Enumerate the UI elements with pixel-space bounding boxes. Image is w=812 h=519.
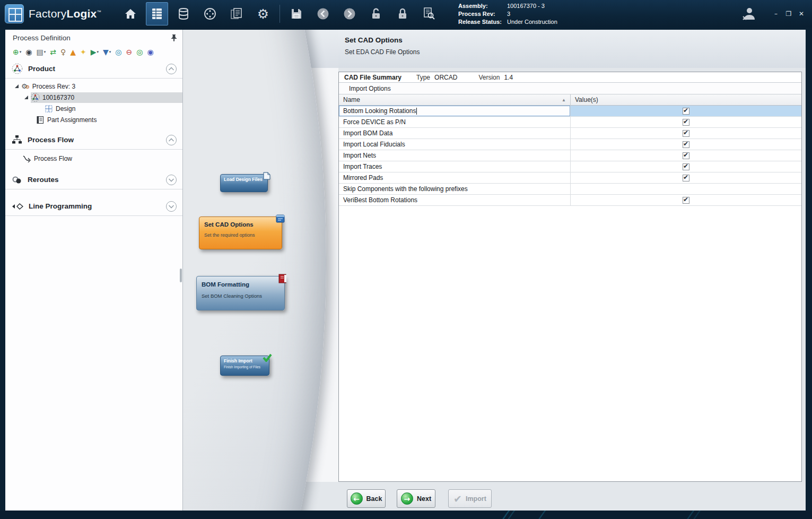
option-value-cell[interactable] xyxy=(571,161,801,172)
release-status-value: Under Construction xyxy=(507,18,557,26)
option-name-cell[interactable]: Force DEVICE as P/N xyxy=(339,117,571,127)
table-row[interactable]: Bottom Looking Rotations xyxy=(339,106,801,117)
exclude-icon[interactable]: ⊖ xyxy=(125,48,134,56)
forward-nav-button[interactable] xyxy=(338,2,361,25)
wizard-step-load-design-files[interactable]: Load Design Files xyxy=(220,174,268,192)
wizard-step-set-cad-options[interactable]: Set CAD Options Set the required options xyxy=(199,217,282,249)
option-name-cell[interactable]: Skip Components with the following prefi… xyxy=(339,184,571,194)
dropdown-caret-icon: ▾ xyxy=(109,50,111,54)
database-button[interactable] xyxy=(172,2,195,25)
option-name-cell[interactable]: VeriBest Bottom Rotations xyxy=(339,195,571,205)
flower-icon[interactable]: ✦ xyxy=(79,48,88,56)
unlock-button[interactable] xyxy=(365,2,387,25)
home-button[interactable] xyxy=(119,2,142,25)
option-value-cell[interactable] xyxy=(571,184,801,194)
section-process-flow[interactable]: Process Flow xyxy=(5,131,182,150)
next-button[interactable]: → Next xyxy=(397,489,435,508)
tree-item-part-assignments[interactable]: Part Assignments xyxy=(5,114,182,125)
option-name-cell[interactable]: Bottom Looking Rotations xyxy=(339,106,571,116)
option-name-cell[interactable]: Import Local Fiducials xyxy=(339,139,571,150)
option-value-cell[interactable] xyxy=(571,195,801,205)
tree-item-design[interactable]: Design xyxy=(5,103,182,114)
sidebar-scrollbar[interactable] xyxy=(180,269,182,282)
section-product[interactable]: Product xyxy=(5,59,182,79)
section-line-programming[interactable]: Line Programming xyxy=(5,197,182,216)
row-checkbox[interactable] xyxy=(683,197,689,204)
print-button[interactable]: ▤▾ xyxy=(35,48,47,56)
documents-button[interactable] xyxy=(225,2,248,25)
option-value-cell[interactable] xyxy=(571,128,801,139)
row-checkbox[interactable] xyxy=(683,175,689,181)
option-value-cell[interactable] xyxy=(571,117,801,127)
back-nav-button[interactable] xyxy=(312,2,334,25)
user-session-button[interactable] xyxy=(738,2,760,25)
table-row[interactable]: Mirrored Pads xyxy=(339,172,801,184)
process-definition-button[interactable] xyxy=(146,2,168,25)
maximize-button[interactable]: ❐ xyxy=(783,9,794,19)
table-row[interactable]: Force DEVICE as P/N xyxy=(339,117,801,128)
collapse-up-button[interactable] xyxy=(165,134,177,146)
name-column-header[interactable]: Name ▲ xyxy=(339,94,571,105)
compare-arrows-button[interactable]: ⇄ xyxy=(49,48,57,56)
value-column-header[interactable]: Value(s) xyxy=(571,94,801,105)
option-name-cell[interactable]: Import Nets xyxy=(339,150,571,161)
tree-item-label: Part Assignments xyxy=(47,116,97,124)
step-title: Finish Import xyxy=(224,358,266,364)
table-row[interactable]: Import BOM Data xyxy=(339,128,801,139)
table-row[interactable]: Skip Components with the following prefi… xyxy=(339,184,801,195)
option-name-cell[interactable]: Mirrored Pads xyxy=(339,172,571,183)
settings-button[interactable]: ⚙ xyxy=(252,2,274,25)
row-checkbox[interactable] xyxy=(683,119,689,126)
option-name-cell[interactable]: Import BOM Data xyxy=(339,128,571,139)
row-checkbox[interactable] xyxy=(683,130,689,137)
table-row[interactable]: VeriBest Bottom Rotations xyxy=(339,195,801,206)
table-row[interactable]: Import Nets xyxy=(339,150,801,161)
flask-icon[interactable]: ▲ xyxy=(69,48,77,56)
row-checkbox[interactable] xyxy=(683,152,689,159)
lock-button[interactable] xyxy=(391,2,414,25)
status-blue-icon[interactable]: ◉ xyxy=(146,48,155,56)
table-row[interactable]: Import Traces xyxy=(339,161,801,172)
close-button[interactable]: ✕ xyxy=(796,9,807,19)
filter-button[interactable]: ▼▾ xyxy=(102,48,112,56)
audit-search-button[interactable] xyxy=(418,2,440,25)
save-button[interactable] xyxy=(285,2,308,25)
app-name: FactoryLogix™ xyxy=(29,7,101,20)
export-button[interactable]: ▶▾ xyxy=(90,48,100,56)
import-button[interactable]: ✔ Import xyxy=(448,489,492,508)
option-value-cell[interactable] xyxy=(571,139,801,150)
row-checkbox[interactable] xyxy=(683,108,689,115)
collapse-up-button[interactable] xyxy=(165,63,177,75)
tree-item-assembly[interactable]: 100167370 xyxy=(5,92,182,103)
release-status-label: Release Status: xyxy=(458,18,507,26)
expand-toggle-icon[interactable] xyxy=(15,84,19,88)
wizard-step-bom-formatting[interactable]: BOM Formatting Set BOM Cleaning Options xyxy=(196,276,285,310)
import-options-group-header[interactable]: Import Options xyxy=(339,83,801,94)
tree-item-process-flow[interactable]: Process Flow xyxy=(5,153,182,164)
row-checkbox[interactable] xyxy=(683,163,689,170)
option-value-cell[interactable] xyxy=(571,106,801,116)
minimize-button[interactable]: – xyxy=(771,9,781,19)
tree-item-label: Process Flow xyxy=(34,155,72,162)
table-row[interactable]: Import Local Fiducials xyxy=(339,139,801,150)
expand-toggle-icon[interactable] xyxy=(24,96,28,99)
back-button[interactable]: ← Back xyxy=(347,489,386,508)
section-reroutes[interactable]: Reroutes xyxy=(5,170,182,189)
pin-icon[interactable] xyxy=(171,34,177,41)
collapse-down-button[interactable] xyxy=(165,201,177,212)
bom-book-icon xyxy=(278,274,287,283)
option-name-cell[interactable]: Import Traces xyxy=(339,161,571,172)
add-button[interactable]: ⊕▾ xyxy=(12,48,22,56)
tree-item-process-rev[interactable]: ⚙⚙ Process Rev: 3 xyxy=(5,81,182,92)
compass-icon xyxy=(203,7,217,21)
globe-icon[interactable]: ◎ xyxy=(114,48,123,56)
option-value-cell[interactable] xyxy=(571,172,801,183)
navigator-button[interactable] xyxy=(199,2,221,25)
network-icon[interactable]: ◉ xyxy=(24,48,33,56)
row-checkbox[interactable] xyxy=(683,141,689,148)
collapse-down-button[interactable] xyxy=(165,174,177,186)
option-value-cell[interactable] xyxy=(571,150,801,161)
status-green-icon[interactable]: ◎ xyxy=(135,48,144,56)
wizard-step-finish-import[interactable]: Finish Import Finish Importing of Files xyxy=(220,356,269,376)
plumb-icon[interactable]: ♀ xyxy=(59,48,67,56)
